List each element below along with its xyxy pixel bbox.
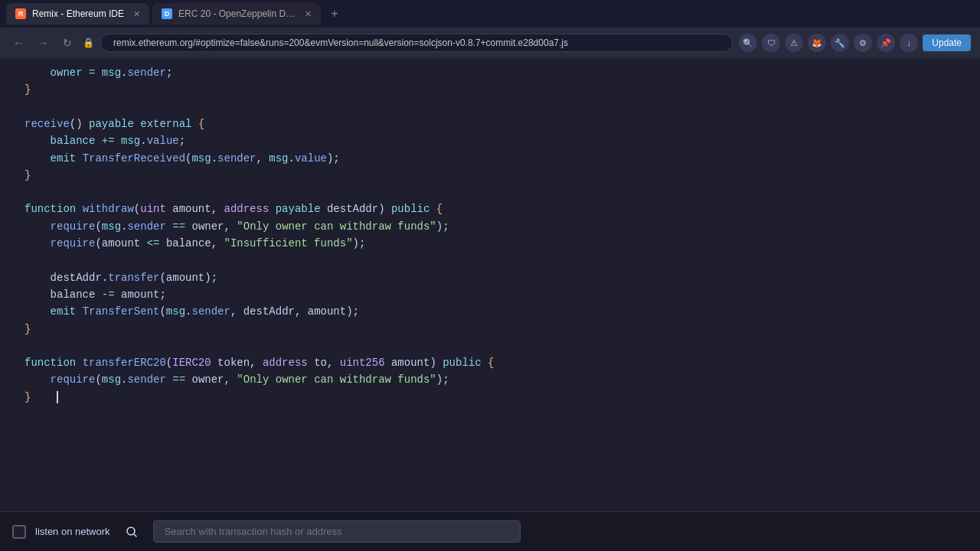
code-line-11: require(amount <= balance, "Insufficient… bbox=[24, 235, 968, 252]
svg-line-1 bbox=[134, 534, 136, 536]
bottom-bar: listen on network bbox=[0, 511, 980, 551]
code-line-3 bbox=[24, 99, 968, 116]
tab-erc20[interactable]: D ERC 20 - OpenZeppelin Docs ✕ bbox=[152, 3, 321, 24]
code-line-7: } bbox=[24, 167, 968, 184]
code-content: owner = msg.sender; } receive() payable … bbox=[0, 58, 980, 511]
lock-icon: 🔒 bbox=[83, 37, 94, 48]
tab-remix[interactable]: R Remix - Ethereum IDE ✕ bbox=[6, 3, 149, 24]
code-line-9: function withdraw(uint amount, address p… bbox=[24, 201, 968, 217]
code-line-18: function transferERC20(IERC20 token, add… bbox=[24, 354, 968, 371]
address-bar[interactable]: remix.ethereum.org/#optimize=false&runs=… bbox=[100, 34, 733, 52]
editor-area: owner = msg.sender; } receive() payable … bbox=[0, 58, 980, 511]
code-line-2: } bbox=[24, 81, 968, 98]
address-text: remix.ethereum.org/#optimize=false&runs=… bbox=[113, 37, 568, 48]
tab-bar: R Remix - Ethereum IDE ✕ D ERC 20 - Open… bbox=[0, 0, 980, 28]
text-cursor bbox=[57, 391, 58, 403]
alert-btn[interactable]: ⚠ bbox=[785, 34, 803, 52]
ext-btn4[interactable]: 📌 bbox=[877, 34, 895, 52]
code-line-12 bbox=[24, 253, 968, 269]
reload-button[interactable]: ↻ bbox=[58, 34, 77, 52]
back-button[interactable]: ← bbox=[9, 34, 28, 52]
ext-btn1[interactable]: 🦊 bbox=[808, 34, 826, 52]
code-line-1: owner = msg.sender; bbox=[24, 64, 968, 81]
nav-bar: ← → ↻ 🔒 remix.ethereum.org/#optimize=fal… bbox=[0, 28, 980, 58]
code-line-8 bbox=[24, 184, 968, 201]
code-line-20: } bbox=[24, 389, 968, 406]
code-line-16: } bbox=[24, 321, 968, 337]
code-line-14: balance -= amount; bbox=[24, 286, 968, 303]
ext-btn3[interactable]: ⚙ bbox=[854, 34, 872, 52]
remix-favicon: R bbox=[15, 8, 26, 19]
listen-label: listen on network bbox=[35, 526, 110, 537]
code-line-13: destAddr.transfer(amount); bbox=[24, 269, 968, 286]
erc20-favicon: D bbox=[162, 8, 172, 19]
search-icon[interactable] bbox=[119, 520, 144, 544]
transaction-search-input[interactable] bbox=[153, 520, 521, 543]
code-line-4: receive() payable external { bbox=[24, 116, 968, 132]
listen-checkbox[interactable] bbox=[12, 525, 26, 539]
code-line-17 bbox=[24, 337, 968, 354]
shield-btn[interactable]: 🛡 bbox=[762, 34, 780, 52]
code-line-5: balance += msg.value; bbox=[24, 132, 968, 149]
code-line-10: require(msg.sender == owner, "Only owner… bbox=[24, 218, 968, 235]
code-line-19: require(msg.sender == owner, "Only owner… bbox=[24, 371, 968, 388]
code-line-6: emit TransferReceived(msg.sender, msg.va… bbox=[24, 150, 968, 167]
update-button[interactable]: Update bbox=[923, 34, 971, 51]
tab-remix-label: Remix - Ethereum IDE bbox=[32, 8, 124, 19]
browser-chrome: R Remix - Ethereum IDE ✕ D ERC 20 - Open… bbox=[0, 0, 980, 58]
ext-btn2[interactable]: 🔧 bbox=[831, 34, 849, 52]
forward-button[interactable]: → bbox=[34, 34, 52, 52]
tab-erc20-label: ERC 20 - OpenZeppelin Docs bbox=[178, 8, 296, 19]
tab-erc20-close[interactable]: ✕ bbox=[305, 9, 312, 19]
code-line-15: emit TransferSent(msg.sender, destAddr, … bbox=[24, 303, 968, 320]
new-tab-button[interactable]: + bbox=[324, 3, 345, 24]
tab-remix-close[interactable]: ✕ bbox=[133, 9, 140, 19]
browser-actions: 🔍 🛡 ⚠ 🦊 🔧 ⚙ 📌 ↓ Update bbox=[739, 34, 971, 52]
ext-btn5[interactable]: ↓ bbox=[900, 34, 918, 52]
search-browser-btn[interactable]: 🔍 bbox=[739, 34, 757, 52]
